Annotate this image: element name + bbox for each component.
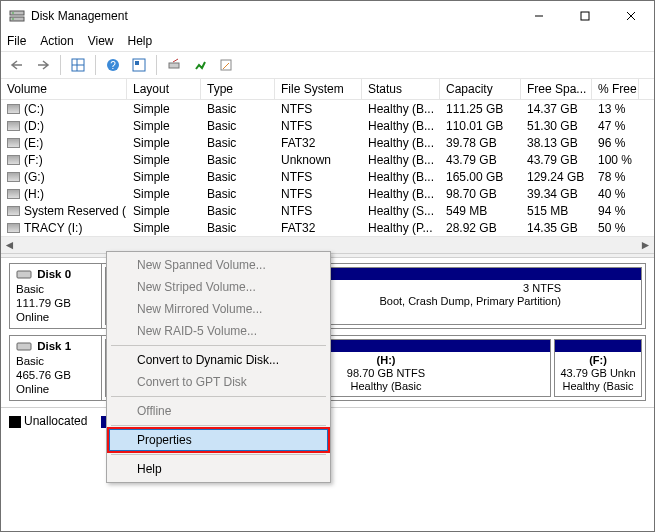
cell: 14.35 GB bbox=[521, 221, 592, 235]
settings-button[interactable] bbox=[127, 53, 151, 77]
partition-bar bbox=[555, 340, 641, 352]
titlebar: Disk Management bbox=[1, 1, 654, 31]
cell-text: Simple bbox=[133, 102, 170, 116]
cell-text: Basic bbox=[207, 204, 236, 218]
cell: Basic bbox=[201, 136, 275, 150]
ctx-help[interactable]: Help bbox=[109, 458, 328, 480]
cell-text: System Reserved (... bbox=[24, 204, 127, 218]
ctx-new-mirrored[interactable]: New Mirrored Volume... bbox=[109, 298, 328, 320]
cell: 165.00 GB bbox=[440, 170, 521, 184]
cell: FAT32 bbox=[275, 136, 362, 150]
ctx-sep bbox=[111, 425, 326, 426]
props-button[interactable] bbox=[214, 53, 238, 77]
volume-row[interactable]: (G:)SimpleBasicNTFSHealthy (B...165.00 G… bbox=[1, 168, 654, 185]
cell: NTFS bbox=[275, 187, 362, 201]
disk0-info: Disk 0 Basic 111.79 GB Online bbox=[10, 264, 102, 328]
menu-action[interactable]: Action bbox=[40, 34, 73, 48]
cell-text: (C:) bbox=[24, 102, 44, 116]
close-button[interactable] bbox=[608, 1, 654, 31]
cell: (F:) bbox=[1, 153, 127, 167]
cell-text: Simple bbox=[133, 187, 170, 201]
svg-rect-0 bbox=[10, 11, 24, 15]
cell: TRACY (I:) bbox=[1, 221, 127, 235]
cell: 47 % bbox=[592, 119, 639, 133]
cell: (E:) bbox=[1, 136, 127, 150]
cell: (G:) bbox=[1, 170, 127, 184]
toolbar-sep bbox=[156, 55, 157, 75]
volume-row[interactable]: (E:)SimpleBasicFAT32Healthy (B...39.78 G… bbox=[1, 134, 654, 151]
menu-file[interactable]: File bbox=[7, 34, 26, 48]
cell-text: 39.34 GB bbox=[527, 187, 578, 201]
cell-text: NTFS bbox=[281, 102, 312, 116]
ctx-new-raid5[interactable]: New RAID-5 Volume... bbox=[109, 320, 328, 342]
cell: Basic bbox=[201, 119, 275, 133]
col-layout[interactable]: Layout bbox=[127, 79, 201, 99]
volume-row[interactable]: (F:)SimpleBasicUnknownHealthy (B...43.79… bbox=[1, 151, 654, 168]
scroll-left-icon[interactable]: ◄ bbox=[1, 237, 18, 254]
ctx-properties[interactable]: Properties bbox=[109, 429, 328, 451]
disk1-part-f[interactable]: (F:)43.79 GB UnknHealthy (Basic bbox=[554, 339, 642, 397]
volume-icon bbox=[7, 155, 20, 165]
scroll-right-icon[interactable]: ► bbox=[637, 237, 654, 254]
action1-button[interactable] bbox=[162, 53, 186, 77]
cell: Healthy (B... bbox=[362, 102, 440, 116]
cell: NTFS bbox=[275, 102, 362, 116]
cell-text: Basic bbox=[207, 136, 236, 150]
maximize-button[interactable] bbox=[562, 1, 608, 31]
cell: 94 % bbox=[592, 204, 639, 218]
cell: 50 % bbox=[592, 221, 639, 235]
volume-row[interactable]: (C:)SimpleBasicNTFSHealthy (B...111.25 G… bbox=[1, 100, 654, 117]
forward-button[interactable] bbox=[31, 53, 55, 77]
back-button[interactable] bbox=[5, 53, 29, 77]
cell-text: Unknown bbox=[281, 153, 331, 167]
cell: 40 % bbox=[592, 187, 639, 201]
svg-point-3 bbox=[12, 18, 14, 20]
cell: 78 % bbox=[592, 170, 639, 184]
ctx-offline[interactable]: Offline bbox=[109, 400, 328, 422]
col-volume[interactable]: Volume bbox=[1, 79, 127, 99]
ctx-convert-dynamic[interactable]: Convert to Dynamic Disk... bbox=[109, 349, 328, 371]
ctx-new-spanned[interactable]: New Spanned Volume... bbox=[109, 254, 328, 276]
ctx-new-striped[interactable]: New Striped Volume... bbox=[109, 276, 328, 298]
cell: Simple bbox=[127, 102, 201, 116]
volume-row[interactable]: TRACY (I:)SimpleBasicFAT32Healthy (P...2… bbox=[1, 219, 654, 236]
cell: Unknown bbox=[275, 153, 362, 167]
svg-text:?: ? bbox=[110, 60, 116, 71]
cell: Healthy (B... bbox=[362, 187, 440, 201]
action2-button[interactable] bbox=[188, 53, 212, 77]
menu-view[interactable]: View bbox=[88, 34, 114, 48]
cell-text: Basic bbox=[207, 119, 236, 133]
cell-text: 98.70 GB bbox=[446, 187, 497, 201]
cell: (D:) bbox=[1, 119, 127, 133]
cell: Simple bbox=[127, 153, 201, 167]
col-freespace[interactable]: Free Spa... bbox=[521, 79, 592, 99]
cell: Basic bbox=[201, 102, 275, 116]
p4-nm: (F:) bbox=[589, 354, 607, 366]
col-status[interactable]: Status bbox=[362, 79, 440, 99]
cell: 14.37 GB bbox=[521, 102, 592, 116]
menu-help[interactable]: Help bbox=[128, 34, 153, 48]
layout-button[interactable] bbox=[66, 53, 90, 77]
col-type[interactable]: Type bbox=[201, 79, 275, 99]
volume-row[interactable]: (D:)SimpleBasicNTFSHealthy (B...110.01 G… bbox=[1, 117, 654, 134]
cell-text: 100 % bbox=[598, 153, 632, 167]
cell-text: 51.30 GB bbox=[527, 119, 578, 133]
cell: 96 % bbox=[592, 136, 639, 150]
volume-list: Volume Layout Type File System Status Ca… bbox=[1, 79, 654, 236]
col-capacity[interactable]: Capacity bbox=[440, 79, 521, 99]
disk0-name: Disk 0 bbox=[37, 268, 71, 280]
col-pctfree[interactable]: % Free bbox=[592, 79, 639, 99]
volume-row[interactable]: (H:)SimpleBasicNTFSHealthy (B...98.70 GB… bbox=[1, 185, 654, 202]
cell: Simple bbox=[127, 204, 201, 218]
cell-text: 96 % bbox=[598, 136, 625, 150]
ctx-convert-gpt[interactable]: Convert to GPT Disk bbox=[109, 371, 328, 393]
cell-text: Simple bbox=[133, 221, 170, 235]
ctx-sep bbox=[111, 396, 326, 397]
p3-fs: 98.70 GB NTFS bbox=[347, 367, 425, 379]
col-filesystem[interactable]: File System bbox=[275, 79, 362, 99]
minimize-button[interactable] bbox=[516, 1, 562, 31]
help-button[interactable]: ? bbox=[101, 53, 125, 77]
toolbar-sep bbox=[95, 55, 96, 75]
cell-text: Simple bbox=[133, 119, 170, 133]
volume-row[interactable]: System Reserved (...SimpleBasicNTFSHealt… bbox=[1, 202, 654, 219]
